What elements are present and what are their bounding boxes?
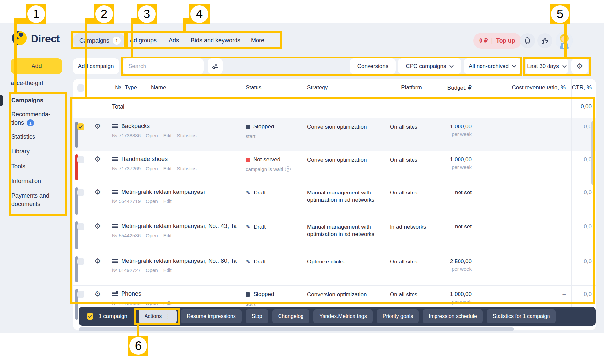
conversions-toggle[interactable]: Conversions [350,58,396,74]
callout-number: 2 [95,5,113,23]
open-link[interactable]: Open [146,198,158,204]
campaign-number: № 71738886 [112,133,141,138]
campaign-name[interactable]: Metin-grafik reklam kampanyası, No.: 80,… [121,258,237,264]
campaign-number: № 71738900 [112,300,141,306]
topup-label[interactable]: Top up [496,37,515,44]
row-checkbox[interactable] [77,156,84,163]
cost-ratio-value: – [477,184,571,218]
selection-checkbox[interactable] [87,313,93,320]
open-link[interactable]: Open [146,166,158,171]
sidebar-item-statistics[interactable]: Statistics [11,133,35,141]
row-checkbox[interactable] [77,258,84,265]
column-header-number[interactable]: № [108,84,125,91]
edit-link[interactable]: Edit [163,133,172,138]
vertical-scrollbar[interactable] [591,121,595,185]
statistics-link[interactable]: Statistics [177,166,197,171]
campaign-number: № 55442719 [112,198,141,204]
resume-impressions-button[interactable]: Resume impressions [181,309,241,323]
sidebar-item-payments[interactable]: Payments and documents [11,192,49,208]
status-label: Stopped [253,124,274,130]
gear-icon [576,62,583,71]
budget-period: per week [438,130,477,137]
column-header-strategy[interactable]: Strategy [302,79,385,97]
tab-bids-and-keywords[interactable]: Bids and keywords [191,37,240,44]
sidebar-item-information[interactable]: Information [11,177,41,185]
actions-button[interactable]: Actions [139,309,177,323]
row-settings-gear-icon[interactable] [94,188,101,196]
budget-amount: 1 000,00 [438,286,477,298]
table-settings-button[interactable] [571,58,588,74]
row-checkbox[interactable] [77,189,84,196]
sidebar-item-recommendations[interactable]: Recommenda- tions1 [11,110,50,127]
edit-link[interactable]: Edit [163,198,172,204]
tab-more[interactable]: More [251,37,264,44]
row-checkbox[interactable] [77,223,84,230]
campaign-type-icon [112,291,118,296]
add-campaign-button[interactable]: Add campaign [73,58,119,74]
user-avatar[interactable] [556,32,573,50]
strategy-value: Optimize clicks [302,253,385,285]
open-link[interactable]: Open [146,300,158,306]
notifications-button[interactable] [520,33,535,48]
metrica-tags-button[interactable]: Yandex.Metrica tags [313,309,373,323]
campaign-type-dropdown[interactable]: CPC campaigns [398,58,461,74]
campaign-name[interactable]: Metin-grafik reklam kampanyası [121,189,205,195]
add-button[interactable]: Add [11,58,62,74]
help-icon[interactable] [285,166,291,172]
tab-ads[interactable]: Ads [169,37,179,44]
account-username[interactable]: alice-the-girl [11,80,43,87]
statistics-link[interactable]: Statistics [177,133,197,138]
search-input[interactable] [123,63,204,70]
edit-link[interactable]: Edit [163,233,172,238]
select-all-checkbox[interactable] [77,84,84,92]
open-link[interactable]: Open [146,267,158,273]
column-header-ctr[interactable]: CTR, % [571,79,596,97]
sidebar-item-tools[interactable]: Tools [11,162,25,171]
row-checkbox[interactable] [77,123,84,130]
archive-filter-dropdown[interactable]: All non-archived [464,58,521,74]
changelog-button[interactable]: Changelog [272,309,309,323]
priority-goals-button[interactable]: Priority goals [377,309,419,323]
campaign-name[interactable]: Phones [121,290,141,297]
column-header-platform[interactable]: Platform [385,79,438,97]
column-header-status[interactable]: Status [241,79,302,97]
tab-campaigns[interactable]: Campaigns 1 [73,33,125,49]
row-settings-gear-icon[interactable] [94,122,101,131]
tab-ad-groups[interactable]: Ad groups [130,37,157,44]
row-checkbox[interactable] [77,291,84,298]
column-header-name[interactable]: Name [151,84,166,91]
filter-settings-button[interactable] [208,58,223,74]
start-link[interactable]: start [246,133,255,139]
edit-link[interactable]: Edit [163,267,172,273]
campaign-number: № 71737269 [112,166,141,171]
column-header-type[interactable]: Type [125,84,151,91]
impression-schedule-button[interactable]: Impression schedule [423,309,483,323]
campaign-name[interactable]: Handmade shoes [121,156,168,163]
sidebar-item-campaigns[interactable]: Campaigns [11,96,43,104]
edit-link[interactable]: Edit [163,300,172,306]
edit-link[interactable]: Edit [163,166,172,171]
column-header-budget[interactable]: Budget, ₽ [438,79,477,97]
yandex-direct-logo [12,31,27,46]
row-settings-gear-icon[interactable] [94,155,101,164]
stop-button[interactable]: Stop [246,309,268,323]
start-link[interactable]: start [246,301,255,307]
row-settings-gear-icon[interactable] [94,257,101,265]
horizontal-scrollbar[interactable] [79,327,514,331]
statistics-for-campaign-button[interactable]: Statistics for 1 campaign [487,309,556,323]
campaign-name[interactable]: Backpacks [121,123,150,130]
table-row: Metin-grafik reklam kampanyası № 5544271… [73,184,596,218]
balance-topup-button[interactable]: 0 ₽ | Top up [473,33,521,49]
campaign-name[interactable]: Metin-grafik reklam kampanyası, No.: 43,… [121,223,237,230]
row-settings-gear-icon[interactable] [94,222,101,231]
feedback-button[interactable] [537,33,552,48]
open-link[interactable]: Open [146,233,158,238]
date-range-dropdown[interactable]: Last 30 days [526,58,568,74]
open-link[interactable]: Open [146,133,158,138]
sidebar-item-library[interactable]: Library [11,148,30,156]
callout-number: 5 [551,5,569,23]
selection-action-bar: 1 campaign Actions Resume impressions St… [79,307,596,326]
column-header-cost-ratio[interactable]: Cost revenue ratio, % [477,79,571,97]
search-field[interactable] [123,58,204,74]
row-settings-gear-icon[interactable] [94,290,101,298]
